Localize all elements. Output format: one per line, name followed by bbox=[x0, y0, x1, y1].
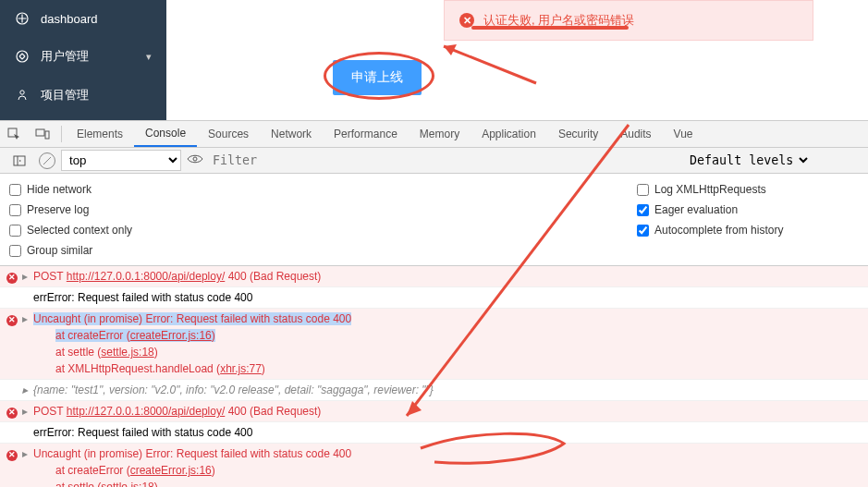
request-url[interactable]: http://127.0.0.1:8000/api/deploy/ bbox=[67, 405, 225, 418]
tab-elements[interactable]: Elements bbox=[66, 121, 134, 147]
setting-selected-context[interactable]: Selected context only bbox=[9, 220, 618, 240]
svg-rect-2 bbox=[36, 129, 44, 136]
clear-console-icon[interactable] bbox=[39, 152, 55, 169]
sidebar-toggle-icon[interactable] bbox=[6, 148, 33, 173]
device-icon[interactable] bbox=[28, 121, 57, 147]
tab-application[interactable]: Application bbox=[471, 121, 547, 147]
console-error-row[interactable]: ✕ ▸ Uncaught (in promise) Error: Request… bbox=[0, 309, 868, 380]
expand-icon[interactable]: ▸ bbox=[22, 445, 31, 462]
expand-icon[interactable]: ▸ bbox=[22, 382, 31, 398]
expand-icon[interactable]: ▸ bbox=[22, 310, 31, 327]
dashboard-icon bbox=[15, 11, 30, 26]
annotation-underline bbox=[471, 26, 629, 30]
setting-autocomplete[interactable]: Autocomplete from history bbox=[637, 220, 859, 240]
console-log-row[interactable]: errError: Request failed with status cod… bbox=[0, 287, 868, 309]
source-link[interactable]: createError.js:16 bbox=[130, 464, 212, 477]
log-levels-selector[interactable]: Default levels bbox=[684, 151, 811, 170]
chevron-down-icon: ▾ bbox=[146, 51, 152, 63]
users-icon bbox=[15, 49, 30, 64]
sidebar-item-project[interactable]: 项目管理 bbox=[0, 76, 166, 115]
console-object-row[interactable]: ▸ {name: "test1", version: "v2.0", info:… bbox=[0, 380, 868, 401]
expand-icon[interactable]: ▸ bbox=[22, 403, 31, 420]
tab-performance[interactable]: Performance bbox=[323, 121, 409, 147]
filter-input[interactable] bbox=[209, 152, 440, 169]
source-link[interactable]: settle.js:18 bbox=[101, 481, 153, 487]
svg-point-7 bbox=[193, 157, 197, 161]
setting-log-xhr[interactable]: Log XMLHttpRequests bbox=[637, 179, 859, 200]
tab-memory[interactable]: Memory bbox=[409, 121, 471, 147]
setting-preserve-log[interactable]: Preserve log bbox=[9, 200, 618, 220]
svg-point-0 bbox=[20, 91, 24, 94]
setting-eager-eval[interactable]: Eager evaluation bbox=[637, 200, 859, 220]
live-expression-icon[interactable] bbox=[187, 153, 203, 167]
svg-line-6 bbox=[43, 157, 51, 164]
sidebar-item-dashboard[interactable]: dashboard bbox=[0, 0, 166, 37]
source-link[interactable]: createError.js:16 bbox=[130, 329, 212, 342]
source-link[interactable]: settle.js:18 bbox=[101, 346, 153, 359]
sidebar-item-label: 用户管理 bbox=[41, 48, 89, 65]
setting-group-similar[interactable]: Group similar bbox=[9, 240, 618, 261]
error-icon: ✕ bbox=[6, 403, 18, 420]
svg-rect-3 bbox=[45, 131, 49, 139]
console-output: ✕ ▸ POST http://127.0.0.1:8000/api/deplo… bbox=[0, 266, 868, 487]
sidebar-item-users[interactable]: 用户管理 ▾ bbox=[0, 37, 166, 76]
error-alert: ✕ 认证失败, 用户名或密码错误 bbox=[444, 0, 813, 41]
console-error-row[interactable]: ✕ ▸ Uncaught (in promise) Error: Request… bbox=[0, 444, 868, 487]
console-error-row[interactable]: ✕ ▸ POST http://127.0.0.1:8000/api/deplo… bbox=[0, 401, 868, 422]
tab-audits[interactable]: Audits bbox=[609, 121, 662, 147]
devtools-tabbar: Elements Console Sources Network Perform… bbox=[0, 120, 868, 148]
sidebar: dashboard 用户管理 ▾ 项目管理 bbox=[0, 0, 166, 120]
tab-vue[interactable]: Vue bbox=[663, 121, 704, 147]
console-error-row[interactable]: ✕ ▸ POST http://127.0.0.1:8000/api/deplo… bbox=[0, 266, 868, 287]
request-url[interactable]: http://127.0.0.1:8000/api/deploy/ bbox=[67, 270, 225, 283]
source-link[interactable]: xhr.js:77 bbox=[220, 362, 262, 375]
expand-icon[interactable]: ▸ bbox=[22, 268, 31, 285]
console-settings: Hide network Preserve log Selected conte… bbox=[0, 174, 868, 266]
console-log-row[interactable]: errError: Request failed with status cod… bbox=[0, 422, 868, 444]
tab-security[interactable]: Security bbox=[547, 121, 609, 147]
error-icon: ✕ bbox=[6, 310, 18, 327]
context-selector[interactable]: top bbox=[61, 150, 181, 171]
sidebar-item-label: 项目管理 bbox=[41, 87, 89, 103]
setting-hide-network[interactable]: Hide network bbox=[9, 179, 618, 200]
console-toolbar: top Default levels bbox=[0, 148, 868, 174]
tab-sources[interactable]: Sources bbox=[197, 121, 260, 147]
submit-online-button[interactable]: 申请上线 bbox=[333, 60, 422, 95]
error-icon: ✕ bbox=[6, 268, 18, 285]
error-icon: ✕ bbox=[6, 445, 18, 462]
inspect-icon[interactable] bbox=[0, 121, 28, 147]
main-content: ✕ 认证失败, 用户名或密码错误 申请上线 bbox=[166, 0, 868, 120]
project-icon bbox=[15, 88, 30, 103]
tab-console[interactable]: Console bbox=[134, 121, 197, 147]
sidebar-item-label: dashboard bbox=[41, 12, 97, 26]
tab-network[interactable]: Network bbox=[260, 121, 323, 147]
